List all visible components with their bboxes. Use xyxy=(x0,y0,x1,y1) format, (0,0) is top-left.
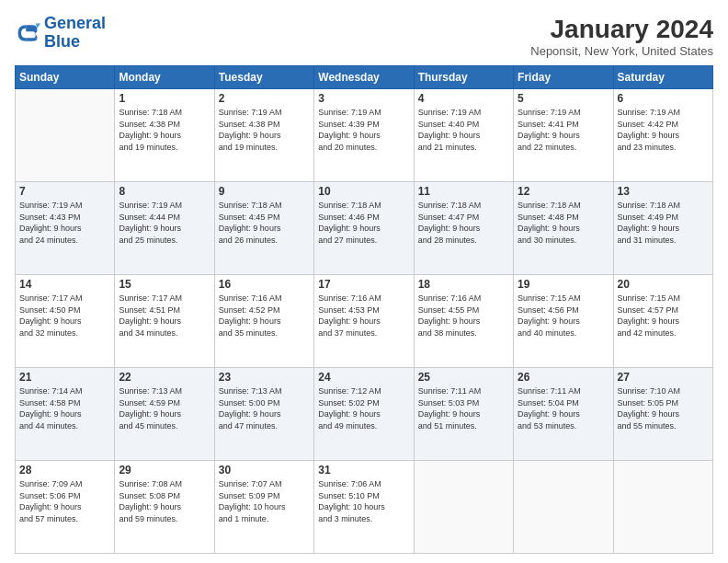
cell-info: Sunrise: 7:07 AM Sunset: 5:09 PM Dayligh… xyxy=(219,478,310,524)
day-number: 29 xyxy=(119,464,210,477)
calendar-cell: 4Sunrise: 7:19 AM Sunset: 4:40 PM Daylig… xyxy=(414,89,513,182)
day-number: 12 xyxy=(518,185,609,198)
calendar-cell: 28Sunrise: 7:09 AM Sunset: 5:06 PM Dayli… xyxy=(16,461,115,554)
calendar-cell: 12Sunrise: 7:18 AM Sunset: 4:48 PM Dayli… xyxy=(514,182,613,275)
day-number: 1 xyxy=(119,92,210,105)
cell-info: Sunrise: 7:19 AM Sunset: 4:39 PM Dayligh… xyxy=(318,107,409,153)
calendar-cell xyxy=(514,461,613,554)
calendar-cell: 17Sunrise: 7:16 AM Sunset: 4:53 PM Dayli… xyxy=(314,275,414,368)
calendar-cell: 20Sunrise: 7:15 AM Sunset: 4:57 PM Dayli… xyxy=(613,275,712,368)
cell-info: Sunrise: 7:11 AM Sunset: 5:03 PM Dayligh… xyxy=(418,385,509,431)
cell-info: Sunrise: 7:16 AM Sunset: 4:52 PM Dayligh… xyxy=(219,293,310,339)
calendar-cell: 25Sunrise: 7:11 AM Sunset: 5:03 PM Dayli… xyxy=(414,368,513,461)
calendar-cell: 11Sunrise: 7:18 AM Sunset: 4:47 PM Dayli… xyxy=(414,182,513,275)
day-number: 8 xyxy=(119,185,210,198)
calendar-cell: 3Sunrise: 7:19 AM Sunset: 4:39 PM Daylig… xyxy=(314,89,414,182)
calendar-cell: 5Sunrise: 7:19 AM Sunset: 4:41 PM Daylig… xyxy=(514,89,613,182)
calendar-cell: 16Sunrise: 7:16 AM Sunset: 4:52 PM Dayli… xyxy=(214,275,313,368)
cell-info: Sunrise: 7:15 AM Sunset: 4:56 PM Dayligh… xyxy=(518,293,609,339)
header-row: SundayMondayTuesdayWednesdayThursdayFrid… xyxy=(16,66,713,89)
cell-info: Sunrise: 7:14 AM Sunset: 4:58 PM Dayligh… xyxy=(19,385,110,431)
calendar-table: SundayMondayTuesdayWednesdayThursdayFrid… xyxy=(15,65,713,554)
day-number: 26 xyxy=(518,371,609,384)
day-number: 24 xyxy=(318,371,409,384)
day-header-thursday: Thursday xyxy=(414,66,513,89)
cell-info: Sunrise: 7:11 AM Sunset: 5:04 PM Dayligh… xyxy=(518,385,609,431)
day-number: 2 xyxy=(219,92,310,105)
calendar-cell: 14Sunrise: 7:17 AM Sunset: 4:50 PM Dayli… xyxy=(16,275,115,368)
day-number: 18 xyxy=(418,278,509,291)
day-number: 16 xyxy=(219,278,310,291)
week-row-2: 14Sunrise: 7:17 AM Sunset: 4:50 PM Dayli… xyxy=(16,275,713,368)
cell-info: Sunrise: 7:12 AM Sunset: 5:02 PM Dayligh… xyxy=(318,385,409,431)
cell-info: Sunrise: 7:18 AM Sunset: 4:38 PM Dayligh… xyxy=(119,107,210,153)
logo-icon xyxy=(15,20,40,46)
day-number: 28 xyxy=(19,464,110,477)
calendar-cell: 2Sunrise: 7:19 AM Sunset: 4:38 PM Daylig… xyxy=(214,89,313,182)
calendar-cell xyxy=(16,89,115,182)
calendar-cell: 23Sunrise: 7:13 AM Sunset: 5:00 PM Dayli… xyxy=(214,368,313,461)
calendar-cell: 29Sunrise: 7:08 AM Sunset: 5:08 PM Dayli… xyxy=(115,461,214,554)
cell-info: Sunrise: 7:18 AM Sunset: 4:48 PM Dayligh… xyxy=(518,200,609,246)
calendar-cell: 22Sunrise: 7:13 AM Sunset: 4:59 PM Dayli… xyxy=(115,368,214,461)
cell-info: Sunrise: 7:19 AM Sunset: 4:43 PM Dayligh… xyxy=(19,200,110,246)
day-number: 10 xyxy=(318,185,409,198)
week-row-4: 28Sunrise: 7:09 AM Sunset: 5:06 PM Dayli… xyxy=(16,461,713,554)
calendar-cell: 13Sunrise: 7:18 AM Sunset: 4:49 PM Dayli… xyxy=(613,182,712,275)
day-number: 9 xyxy=(219,185,310,198)
day-number: 11 xyxy=(418,185,509,198)
cell-info: Sunrise: 7:15 AM Sunset: 4:57 PM Dayligh… xyxy=(618,293,709,339)
day-header-sunday: Sunday xyxy=(16,66,115,89)
cell-info: Sunrise: 7:06 AM Sunset: 5:10 PM Dayligh… xyxy=(318,478,409,524)
calendar-cell: 21Sunrise: 7:14 AM Sunset: 4:58 PM Dayli… xyxy=(16,368,115,461)
month-title: January 2024 xyxy=(530,15,713,44)
day-number: 31 xyxy=(318,464,409,477)
logo-line1: General xyxy=(44,14,106,32)
cell-info: Sunrise: 7:17 AM Sunset: 4:51 PM Dayligh… xyxy=(119,293,210,339)
cell-info: Sunrise: 7:17 AM Sunset: 4:50 PM Dayligh… xyxy=(19,293,110,339)
day-header-tuesday: Tuesday xyxy=(214,66,313,89)
day-number: 6 xyxy=(618,92,709,105)
day-number: 30 xyxy=(219,464,310,477)
cell-info: Sunrise: 7:16 AM Sunset: 4:53 PM Dayligh… xyxy=(318,293,409,339)
cell-info: Sunrise: 7:09 AM Sunset: 5:06 PM Dayligh… xyxy=(19,478,110,524)
page: General Blue January 2024 Neponsit, New … xyxy=(0,0,728,563)
day-number: 25 xyxy=(418,371,509,384)
calendar-cell: 18Sunrise: 7:16 AM Sunset: 4:55 PM Dayli… xyxy=(414,275,513,368)
calendar-cell: 19Sunrise: 7:15 AM Sunset: 4:56 PM Dayli… xyxy=(514,275,613,368)
day-number: 22 xyxy=(119,371,210,384)
cell-info: Sunrise: 7:19 AM Sunset: 4:40 PM Dayligh… xyxy=(418,107,509,153)
day-header-monday: Monday xyxy=(115,66,214,89)
calendar-cell xyxy=(613,461,712,554)
calendar-cell: 24Sunrise: 7:12 AM Sunset: 5:02 PM Dayli… xyxy=(314,368,414,461)
cell-info: Sunrise: 7:19 AM Sunset: 4:44 PM Dayligh… xyxy=(119,200,210,246)
calendar-cell: 7Sunrise: 7:19 AM Sunset: 4:43 PM Daylig… xyxy=(16,182,115,275)
calendar-cell: 8Sunrise: 7:19 AM Sunset: 4:44 PM Daylig… xyxy=(115,182,214,275)
cell-info: Sunrise: 7:13 AM Sunset: 4:59 PM Dayligh… xyxy=(119,385,210,431)
day-number: 23 xyxy=(219,371,310,384)
week-row-0: 1Sunrise: 7:18 AM Sunset: 4:38 PM Daylig… xyxy=(16,89,713,182)
day-header-friday: Friday xyxy=(514,66,613,89)
location: Neponsit, New York, United States xyxy=(530,44,713,58)
title-block: January 2024 Neponsit, New York, United … xyxy=(530,15,713,58)
day-number: 4 xyxy=(418,92,509,105)
logo: General Blue xyxy=(15,15,106,52)
cell-info: Sunrise: 7:18 AM Sunset: 4:47 PM Dayligh… xyxy=(418,200,509,246)
day-header-wednesday: Wednesday xyxy=(314,66,414,89)
day-number: 17 xyxy=(318,278,409,291)
day-number: 13 xyxy=(618,185,709,198)
calendar-cell: 31Sunrise: 7:06 AM Sunset: 5:10 PM Dayli… xyxy=(314,461,414,554)
calendar-cell: 27Sunrise: 7:10 AM Sunset: 5:05 PM Dayli… xyxy=(613,368,712,461)
logo-line2: Blue xyxy=(44,32,80,51)
week-row-3: 21Sunrise: 7:14 AM Sunset: 4:58 PM Dayli… xyxy=(16,368,713,461)
day-number: 3 xyxy=(318,92,409,105)
cell-info: Sunrise: 7:08 AM Sunset: 5:08 PM Dayligh… xyxy=(119,478,210,524)
cell-info: Sunrise: 7:18 AM Sunset: 4:49 PM Dayligh… xyxy=(618,200,709,246)
calendar-cell: 26Sunrise: 7:11 AM Sunset: 5:04 PM Dayli… xyxy=(514,368,613,461)
cell-info: Sunrise: 7:16 AM Sunset: 4:55 PM Dayligh… xyxy=(418,293,509,339)
cell-info: Sunrise: 7:18 AM Sunset: 4:46 PM Dayligh… xyxy=(318,200,409,246)
cell-info: Sunrise: 7:19 AM Sunset: 4:38 PM Dayligh… xyxy=(219,107,310,153)
day-header-saturday: Saturday xyxy=(613,66,712,89)
calendar-cell: 1Sunrise: 7:18 AM Sunset: 4:38 PM Daylig… xyxy=(115,89,214,182)
day-number: 15 xyxy=(119,278,210,291)
